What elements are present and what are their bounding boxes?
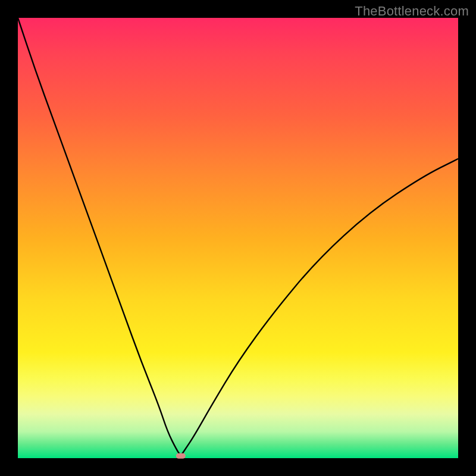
chart-frame: TheBottleneck.com bbox=[0, 0, 476, 476]
curve-svg bbox=[18, 18, 458, 458]
watermark-text: TheBottleneck.com bbox=[355, 4, 469, 19]
plot-area bbox=[18, 18, 458, 458]
minimum-marker bbox=[176, 453, 186, 459]
bottleneck-curve bbox=[18, 18, 458, 455]
